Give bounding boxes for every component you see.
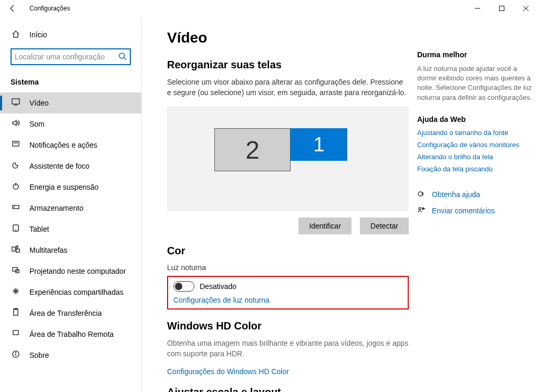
sidebar-item-label: Experiências compartilhadas [29, 288, 123, 296]
title-bar: Configurações [0, 0, 538, 17]
svg-rect-18 [16, 249, 19, 252]
sidebar-item-projecting[interactable]: Projetando neste computador [0, 261, 141, 282]
night-light-label: Luz noturna [167, 263, 409, 272]
get-help-row[interactable]: Obtenha ajuda [417, 190, 533, 200]
page-title: Vídeo [167, 29, 409, 46]
hdcolor-heading: Windows HD Color [167, 320, 409, 332]
get-help-link[interactable]: Obtenha ajuda [432, 190, 480, 199]
sleep-better-heading: Durma melhor [417, 50, 533, 59]
home-label: Início [29, 30, 47, 39]
sound-icon [11, 119, 21, 129]
tablet-icon [11, 224, 21, 234]
sidebar-item-tablet[interactable]: Tablet [0, 219, 141, 240]
hdcolor-link[interactable]: Configurações do Windows HD Color [167, 367, 409, 376]
monitor-2[interactable]: 2 [214, 128, 291, 171]
sidebar-item-label: Área de Transferência [29, 309, 102, 317]
sidebar-item-label: Tablet [29, 225, 49, 233]
projecting-icon [11, 266, 21, 276]
svg-rect-21 [14, 309, 18, 315]
rearrange-desc: Selecione um visor abaixo para alterar a… [167, 77, 409, 98]
minimize-button[interactable] [465, 0, 490, 17]
monitor-1[interactable]: 1 [291, 128, 347, 161]
sidebar-item-som[interactable]: Som [0, 114, 141, 135]
night-light-state: Desativado [200, 282, 236, 291]
search-box[interactable] [11, 48, 131, 65]
svg-rect-1 [500, 6, 504, 11]
help-link-brightness[interactable]: Alterando o brilho da tela [417, 153, 533, 161]
sidebar-item-label: Área de Trabalho Remota [29, 330, 113, 338]
web-help-heading: Ajuda da Web [417, 115, 533, 123]
sidebar-item-focus[interactable]: Assistente de foco [0, 156, 141, 177]
sleep-better-text: A luz noturna pode ajudar você a dormir … [417, 64, 533, 102]
feedback-row[interactable]: Enviar comentários [417, 206, 533, 216]
feedback-link[interactable]: Enviar comentários [432, 207, 495, 215]
remote-icon [11, 329, 21, 339]
shared-icon [11, 287, 21, 297]
sidebar-item-clipboard[interactable]: Área de Transferência [0, 303, 141, 324]
notifications-icon [11, 140, 21, 150]
sidebar-item-label: Assistente de foco [29, 162, 89, 170]
category-header: Sistema [0, 74, 141, 92]
svg-point-28 [419, 208, 421, 210]
svg-rect-17 [16, 246, 18, 248]
sidebar-item-label: Armazenamento [29, 204, 84, 212]
svg-line-5 [124, 58, 126, 60]
hdcolor-desc: Obtenha uma imagem mais brilhante e vibr… [167, 338, 409, 359]
sidebar-item-remote[interactable]: Área de Trabalho Remota [0, 324, 141, 345]
search-input[interactable] [15, 53, 118, 61]
detect-button[interactable]: Detectar [360, 218, 409, 234]
storage-icon [11, 203, 21, 213]
svg-rect-6 [12, 99, 19, 104]
sidebar-item-storage[interactable]: Armazenamento [0, 198, 141, 219]
sidebar-item-about[interactable]: Sobre [0, 345, 141, 366]
help-link-fontsize[interactable]: Ajustando o tamanho da fonte [417, 129, 533, 137]
close-button[interactable] [514, 0, 538, 17]
rearrange-heading: Reorganizar suas telas [167, 59, 409, 71]
info-icon [11, 350, 21, 360]
color-heading: Cor [167, 245, 409, 257]
svg-rect-16 [12, 247, 15, 251]
help-link-multimonitor[interactable]: Configuração de vários monitores [417, 141, 533, 149]
window-title: Configurações [29, 5, 70, 12]
svg-point-13 [14, 207, 15, 208]
sidebar-item-label: Som [29, 120, 45, 128]
feedback-icon [417, 206, 426, 216]
display-arrangement[interactable]: 2 1 [167, 106, 409, 211]
sidebar-item-label: Energia e suspensão [29, 183, 99, 191]
home-icon [11, 30, 21, 40]
sidebar-item-label: Multitarefas [29, 246, 67, 254]
back-button[interactable] [4, 0, 21, 17]
svg-rect-8 [13, 141, 19, 146]
sidebar: Início Sistema Vídeo Som Notificações e … [0, 17, 142, 392]
sidebar-item-label: Projetando neste computador [29, 267, 126, 275]
night-light-highlight: Desativado Configurações de luz noturna [167, 276, 409, 310]
sidebar-item-label: Sobre [29, 351, 49, 359]
home-button[interactable]: Início [0, 25, 141, 44]
maximize-button[interactable] [490, 0, 514, 17]
clipboard-icon [11, 308, 21, 318]
svg-point-27 [418, 192, 422, 196]
sidebar-item-notifications[interactable]: Notificações e ações [0, 135, 141, 156]
night-light-toggle[interactable] [173, 281, 194, 292]
scale-heading: Ajustar escala e layout [167, 386, 409, 392]
svg-point-4 [119, 53, 125, 58]
identify-button[interactable]: Identificar [298, 218, 351, 234]
focus-icon [11, 161, 21, 171]
help-icon [417, 190, 426, 200]
power-icon [11, 182, 21, 192]
help-link-flicker[interactable]: Fixação da tela piscando [417, 165, 533, 173]
display-icon [11, 98, 21, 108]
sidebar-item-power[interactable]: Energia e suspensão [0, 177, 141, 198]
svg-point-26 [16, 353, 16, 353]
multitask-icon [11, 245, 21, 255]
night-light-settings-link[interactable]: Configurações de luz noturna [173, 296, 402, 304]
sidebar-item-multitask[interactable]: Multitarefas [0, 240, 141, 261]
sidebar-item-video[interactable]: Vídeo [0, 92, 141, 114]
sidebar-item-label: Vídeo [29, 99, 49, 107]
sidebar-item-shared[interactable]: Experiências compartilhadas [0, 282, 141, 303]
sidebar-item-label: Notificações e ações [29, 141, 97, 149]
search-icon [118, 52, 127, 62]
